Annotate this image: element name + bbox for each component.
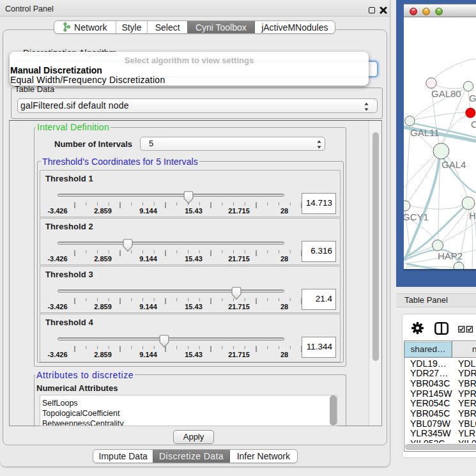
svg-text:GAL11: GAL11 [410,127,440,138]
svg-text:HAP2: HAP2 [438,250,463,261]
svg-text:GAL80: GAL80 [431,88,461,99]
svg-text:CD: CD [471,119,476,130]
svg-text:GCY1: GCY1 [404,211,429,222]
svg-text:GAL4: GAL4 [441,159,466,170]
svg-text:HI: HI [469,210,476,221]
svg-text:GA: GA [469,93,476,104]
